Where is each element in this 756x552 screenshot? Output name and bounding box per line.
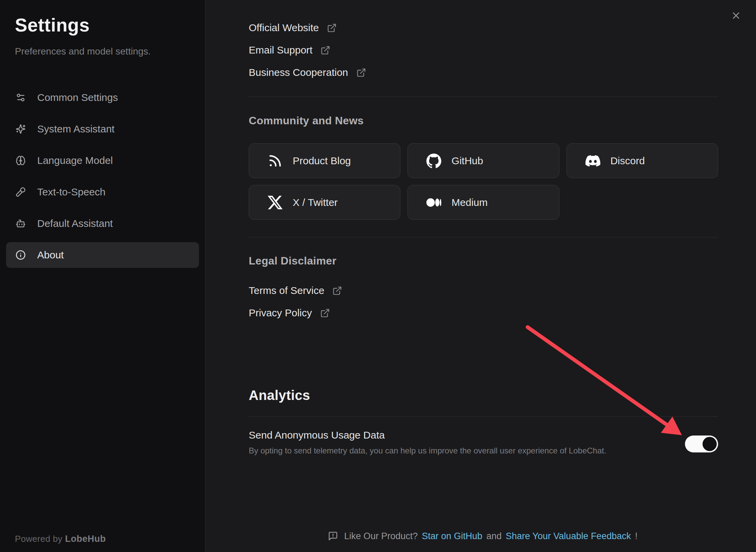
page-subtitle: Preferences and model settings. — [15, 45, 190, 58]
sidebar-item-language-model[interactable]: Language Model — [6, 148, 199, 173]
email-support-link[interactable]: Email Support — [249, 43, 330, 58]
telemetry-setting-text: Send Anonymous Usage Data By opting to s… — [249, 428, 718, 457]
community-section-title: Community and News — [249, 113, 718, 128]
button-label: Product Blog — [293, 155, 351, 167]
divider — [249, 97, 718, 97]
powered-by-text: Powered by — [15, 534, 62, 544]
mic-icon — [16, 187, 26, 197]
terms-of-service-link[interactable]: Terms of Service — [249, 283, 342, 298]
external-link-icon — [320, 308, 330, 318]
sidebar: Settings Preferences and model settings.… — [0, 0, 205, 552]
external-link-icon — [356, 68, 366, 78]
settings-modal: Settings Preferences and model settings.… — [0, 0, 756, 552]
legal-section-title: Legal Disclaimer — [249, 253, 718, 268]
sidebar-item-label: Language Model — [37, 155, 113, 166]
rss-icon — [268, 153, 283, 168]
analytics-section-title: Analytics — [249, 387, 718, 404]
powered-by: Powered byLobeHub — [15, 534, 106, 544]
divider — [249, 416, 718, 417]
link-label: Terms of Service — [249, 285, 324, 296]
sidebar-item-about[interactable]: About — [6, 242, 199, 268]
x-twitter-icon — [268, 195, 283, 210]
button-label: X / Twitter — [293, 197, 338, 208]
about-panel: Contact Us Official Website Email Suppor… — [205, 0, 756, 552]
telemetry-setting-label: Send Anonymous Usage Data — [249, 428, 718, 442]
sidebar-item-text-to-speech[interactable]: Text-to-Speech — [6, 179, 199, 205]
medium-button[interactable]: Medium — [407, 185, 559, 220]
medium-icon — [426, 195, 441, 210]
info-icon — [16, 250, 26, 260]
brain-icon — [16, 155, 26, 166]
sidebar-item-label: About — [37, 249, 64, 261]
sidebar-item-label: System Assistant — [37, 123, 114, 135]
business-cooperation-link[interactable]: Business Cooperation — [249, 65, 366, 80]
footer-text: ! — [635, 531, 638, 541]
sidebar-item-label: Text-to-Speech — [37, 186, 106, 198]
privacy-policy-link[interactable]: Privacy Policy — [249, 305, 330, 320]
sidebar-item-label: Common Settings — [37, 92, 118, 103]
link-label: Official Website — [249, 22, 319, 34]
x-twitter-button[interactable]: X / Twitter — [249, 185, 400, 220]
button-label: Medium — [451, 197, 488, 208]
external-link-icon — [320, 45, 330, 55]
product-blog-button[interactable]: Product Blog — [249, 143, 400, 178]
divider — [249, 237, 718, 237]
share-feedback-link[interactable]: Share Your Valuable Feedback — [506, 531, 631, 541]
contact-section-title: Contact Us — [249, 0, 718, 2]
link-label: Business Cooperation — [249, 67, 348, 78]
feedback-bubble-icon — [328, 531, 338, 541]
sidebar-nav: Common Settings System Assistant Languag… — [0, 85, 205, 268]
sparkles-icon — [16, 124, 26, 134]
about-content: Contact Us Official Website Email Suppor… — [205, 0, 756, 542]
github-button[interactable]: GitHub — [407, 143, 559, 178]
button-label: Discord — [610, 155, 645, 167]
footer-text: Like Our Product? — [344, 531, 418, 541]
telemetry-toggle[interactable] — [685, 436, 718, 452]
footer: Like Our Product?Star on GitHubandShare … — [249, 531, 718, 542]
close-icon — [731, 17, 741, 22]
lobehub-brand-link[interactable]: LobeHub — [65, 534, 106, 544]
discord-icon — [585, 153, 600, 168]
sidebar-item-common-settings[interactable]: Common Settings — [6, 85, 199, 110]
button-label: GitHub — [451, 155, 483, 167]
sidebar-item-label: Default Assistant — [37, 218, 113, 229]
telemetry-setting-row: Send Anonymous Usage Data By opting to s… — [249, 428, 718, 457]
external-link-icon — [327, 23, 337, 33]
link-label: Email Support — [249, 44, 312, 56]
sidebar-item-system-assistant[interactable]: System Assistant — [6, 116, 199, 142]
close-button[interactable] — [728, 8, 744, 24]
community-buttons: Product Blog GitHub Discord — [249, 143, 718, 220]
telemetry-setting-description: By opting to send telemetry data, you ca… — [249, 445, 718, 457]
bot-icon — [16, 218, 26, 229]
footer-text: and — [486, 531, 502, 541]
sliders-icon — [16, 92, 26, 103]
link-label: Privacy Policy — [249, 307, 312, 319]
sidebar-item-default-assistant[interactable]: Default Assistant — [6, 211, 199, 236]
discord-button[interactable]: Discord — [566, 143, 718, 178]
toggle-knob — [703, 437, 717, 451]
star-on-github-link[interactable]: Star on GitHub — [422, 531, 483, 541]
official-website-link[interactable]: Official Website — [249, 20, 337, 35]
external-link-icon — [332, 286, 342, 296]
page-title: Settings — [15, 13, 190, 37]
github-icon — [426, 153, 441, 168]
